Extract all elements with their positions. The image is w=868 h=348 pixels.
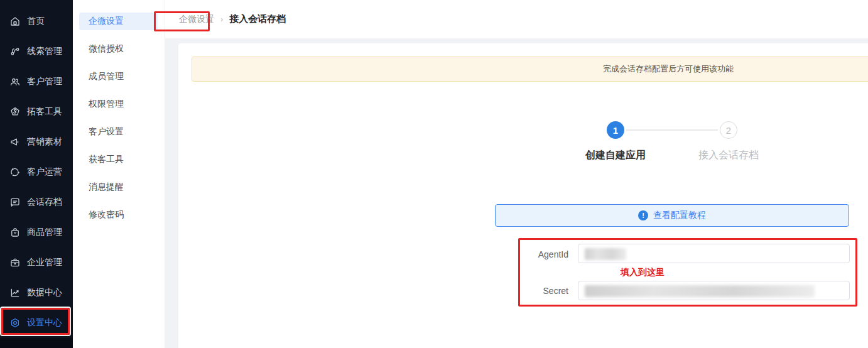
submenu-item-change-password[interactable]: 修改密码 bbox=[73, 201, 165, 229]
submenu-item-label: 客户设置 bbox=[73, 126, 124, 138]
sidebar-bottom-strip bbox=[0, 338, 73, 348]
sidebar-item-marketing[interactable]: 营销素材 bbox=[0, 127, 73, 157]
sidebar-item-label: 客户管理 bbox=[27, 76, 62, 87]
step-2-number: 2 bbox=[726, 125, 731, 136]
breadcrumb: 企微设置 › 接入会话存档 bbox=[179, 13, 286, 25]
sidebar-item-label: 拓客工具 bbox=[27, 106, 62, 117]
sidebar-item-enterprise[interactable]: 企业管理 bbox=[0, 247, 73, 278]
step-1-label: 创建自建应用 bbox=[565, 149, 666, 162]
secret-label: Secret bbox=[521, 286, 568, 296]
view-tutorial-button[interactable]: ! 查看配置教程 bbox=[495, 204, 849, 227]
fill-here-annotation: 填入到这里 bbox=[621, 267, 665, 278]
enterprise-icon bbox=[9, 257, 21, 268]
sidebar-item-products[interactable]: 商品管理 bbox=[0, 217, 73, 247]
step-2-circle: 2 bbox=[720, 121, 737, 139]
settings-icon bbox=[9, 317, 21, 329]
customers-icon bbox=[9, 76, 21, 87]
sidebar-item-label: 营销素材 bbox=[27, 136, 62, 148]
sidebar-item-label: 数据中心 bbox=[27, 287, 62, 298]
chat-archive-icon bbox=[9, 197, 21, 208]
sidebar-item-home[interactable]: 首页 bbox=[0, 6, 73, 36]
sidebar-item-customers[interactable]: 客户管理 bbox=[0, 67, 73, 97]
operations-icon bbox=[9, 166, 21, 178]
sidebar-item-settings[interactable]: 设置中心 bbox=[0, 308, 73, 338]
stepper-connector bbox=[626, 129, 718, 131]
sidebar-item-prospecting[interactable]: 拓客工具 bbox=[0, 97, 73, 127]
sidebar-item-label: 商品管理 bbox=[27, 227, 62, 238]
submenu-item-wecom-settings[interactable]: 企微设置 bbox=[73, 8, 165, 35]
breadcrumb-parent[interactable]: 企微设置 bbox=[179, 14, 214, 25]
agentid-masked-value bbox=[585, 248, 626, 260]
breadcrumb-separator-icon: › bbox=[220, 14, 223, 24]
notice-banner-text: 完成会话存档配置后方可使用该功能 bbox=[603, 63, 734, 75]
agentid-label: AgentId bbox=[521, 249, 568, 259]
secondary-sidebar: 企微设置 微信授权 成员管理 权限管理 客户设置 获客工具 消息提醒 修改密码 bbox=[73, 0, 165, 348]
submenu-item-label: 修改密码 bbox=[73, 209, 124, 220]
submenu-item-message-reminder[interactable]: 消息提醒 bbox=[73, 173, 165, 201]
step-1-number: 1 bbox=[613, 125, 618, 136]
sidebar-item-label: 首页 bbox=[27, 16, 45, 27]
home-icon bbox=[9, 16, 21, 27]
info-icon: ! bbox=[638, 210, 648, 220]
sidebar-item-label: 客户运营 bbox=[27, 166, 62, 178]
secret-masked-value bbox=[585, 285, 815, 297]
sidebar-item-chat-archive[interactable]: 会话存档 bbox=[0, 187, 73, 217]
breadcrumb-bar: 企微设置 › 接入会话存档 bbox=[165, 0, 868, 39]
notice-banner: 完成会话存档配置后方可使用该功能 bbox=[192, 57, 868, 82]
sidebar-item-label: 设置中心 bbox=[27, 317, 62, 329]
agentid-input[interactable] bbox=[578, 244, 850, 263]
megaphone-icon bbox=[9, 136, 21, 148]
sidebar-item-label: 线索管理 bbox=[27, 46, 62, 57]
submenu-item-customer-settings[interactable]: 客户设置 bbox=[73, 118, 165, 146]
page-title: 接入会话存档 bbox=[229, 13, 286, 25]
submenu-item-label: 消息提醒 bbox=[73, 182, 124, 193]
submenu-item-label: 成员管理 bbox=[73, 71, 124, 82]
prospecting-icon bbox=[9, 106, 21, 117]
submenu-item-label: 获客工具 bbox=[73, 154, 124, 165]
step-1-circle: 1 bbox=[607, 121, 624, 139]
submenu-item-label: 微信授权 bbox=[73, 43, 124, 55]
submenu-item-label: 企微设置 bbox=[73, 16, 124, 27]
sidebar-item-label: 会话存档 bbox=[27, 197, 62, 208]
submenu-item-label: 权限管理 bbox=[73, 99, 124, 110]
submenu-item-permissions[interactable]: 权限管理 bbox=[73, 90, 165, 118]
primary-sidebar: 首页 线索管理 客户管理 拓客工具 营销素材 客户运营 会话存档 商品管理 企业… bbox=[0, 0, 73, 348]
sidebar-item-data-center[interactable]: 数据中心 bbox=[0, 278, 73, 308]
content-card bbox=[178, 43, 868, 348]
sidebar-item-leads[interactable]: 线索管理 bbox=[0, 36, 73, 67]
submenu-item-members[interactable]: 成员管理 bbox=[73, 63, 165, 90]
clue-icon bbox=[9, 46, 21, 57]
submenu-item-wechat-auth[interactable]: 微信授权 bbox=[73, 35, 165, 63]
products-icon bbox=[9, 227, 21, 238]
step-2-label: 接入会话存档 bbox=[678, 149, 779, 162]
data-center-icon bbox=[9, 287, 21, 298]
view-tutorial-label: 查看配置教程 bbox=[653, 210, 706, 221]
submenu-item-acquisition-tools[interactable]: 获客工具 bbox=[73, 146, 165, 173]
sidebar-item-operations[interactable]: 客户运营 bbox=[0, 157, 73, 187]
secret-input[interactable] bbox=[578, 281, 850, 300]
sidebar-item-label: 企业管理 bbox=[27, 257, 62, 268]
